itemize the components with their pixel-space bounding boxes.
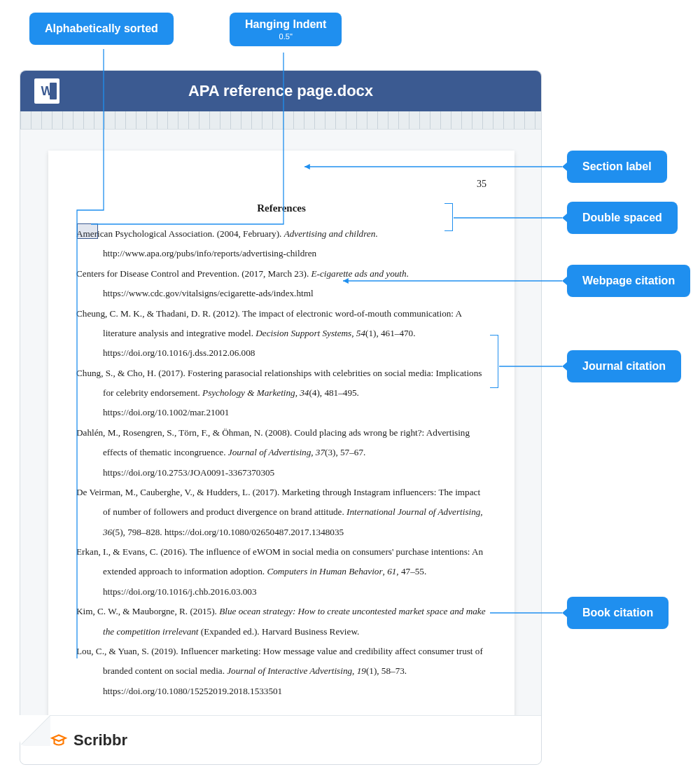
reference-entry: American Psychological Association. (200… [76,224,486,264]
document-window: APA reference page.docx 35 References Am… [20,70,542,765]
footer: Scribbr [20,715,541,764]
references-heading: References [76,202,486,214]
ruler [20,111,541,130]
document-page: 35 References American Psychological Ass… [48,151,514,740]
reference-entry: De Veirman, M., Cauberghe, V., & Hudders… [76,483,486,542]
badge-double-spaced: Double spaced [567,202,678,234]
brand: Scribbr [50,731,127,749]
reference-entry: Erkan, I., & Evans, C. (2016). The influ… [76,542,486,602]
bracket-journal [490,335,498,388]
page-number: 35 [76,179,486,190]
reference-entry: Kim, C. W., & Mauborgne, R. (2015). Blue… [76,602,486,642]
reference-entry: Centers for Disease Control and Preventi… [76,264,486,304]
badge-alpha-sorted: Alphabetically sorted [29,13,174,45]
badge-journal-citation: Journal citation [567,350,681,382]
document-titlebar: APA reference page.docx [20,71,541,111]
badge-book-citation: Book citation [567,597,668,629]
reference-entry: Cheung, C. M. K., & Thadani, D. R. (2012… [76,304,486,364]
badge-hanging-label: Hanging Indent [245,18,326,30]
reference-entry: Lou, C., & Yuan, S. (2019). Influencer m… [76,642,486,701]
bracket-double-spaced [444,203,453,231]
badge-webpage-citation: Webpage citation [567,265,690,297]
badge-section-label: Section label [567,151,667,183]
references-list: American Psychological Association. (200… [76,224,486,701]
indent-highlight [77,223,98,239]
brand-name: Scribbr [74,731,127,749]
brand-icon [50,731,68,749]
badge-hanging-indent: Hanging Indent 0.5" [230,13,342,46]
badge-hanging-sub: 0.5" [245,32,326,41]
reference-entry: Dahlén, M., Rosengren, S., Törn, F., & Ö… [76,423,486,483]
document-title: APA reference page.docx [20,82,541,100]
reference-entry: Chung, S., & Cho, H. (2017). Fostering p… [76,364,486,423]
